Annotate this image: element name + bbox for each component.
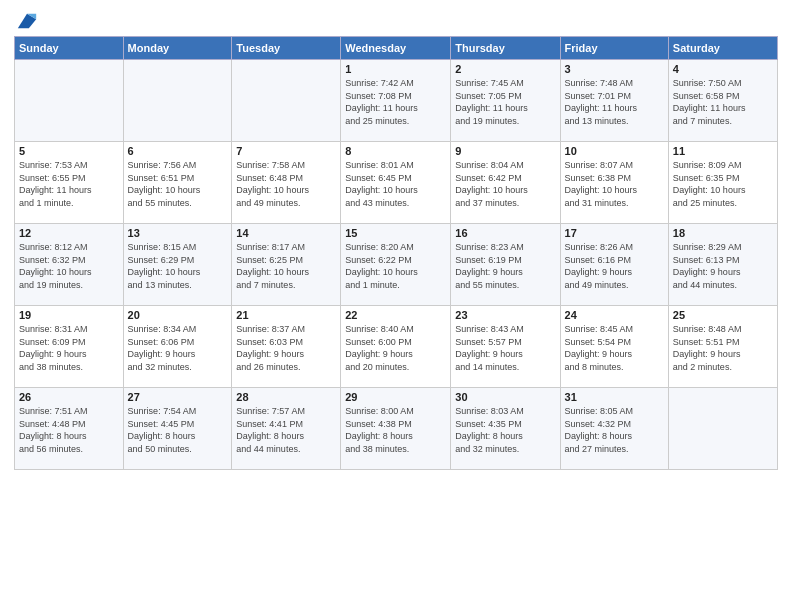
day-cell	[668, 388, 777, 470]
logo-icon	[16, 10, 38, 32]
day-info: Sunrise: 8:03 AM Sunset: 4:35 PM Dayligh…	[455, 405, 555, 455]
week-row-3: 12Sunrise: 8:12 AM Sunset: 6:32 PM Dayli…	[15, 224, 778, 306]
day-cell: 27Sunrise: 7:54 AM Sunset: 4:45 PM Dayli…	[123, 388, 232, 470]
day-number: 14	[236, 227, 336, 239]
week-row-5: 26Sunrise: 7:51 AM Sunset: 4:48 PM Dayli…	[15, 388, 778, 470]
day-info: Sunrise: 8:31 AM Sunset: 6:09 PM Dayligh…	[19, 323, 119, 373]
day-info: Sunrise: 7:53 AM Sunset: 6:55 PM Dayligh…	[19, 159, 119, 209]
day-cell: 14Sunrise: 8:17 AM Sunset: 6:25 PM Dayli…	[232, 224, 341, 306]
day-number: 22	[345, 309, 446, 321]
weekday-monday: Monday	[123, 37, 232, 60]
week-row-2: 5Sunrise: 7:53 AM Sunset: 6:55 PM Daylig…	[15, 142, 778, 224]
day-cell: 2Sunrise: 7:45 AM Sunset: 7:05 PM Daylig…	[451, 60, 560, 142]
week-row-4: 19Sunrise: 8:31 AM Sunset: 6:09 PM Dayli…	[15, 306, 778, 388]
day-cell: 28Sunrise: 7:57 AM Sunset: 4:41 PM Dayli…	[232, 388, 341, 470]
day-cell: 25Sunrise: 8:48 AM Sunset: 5:51 PM Dayli…	[668, 306, 777, 388]
day-cell: 15Sunrise: 8:20 AM Sunset: 6:22 PM Dayli…	[341, 224, 451, 306]
day-cell: 5Sunrise: 7:53 AM Sunset: 6:55 PM Daylig…	[15, 142, 124, 224]
day-number: 12	[19, 227, 119, 239]
day-number: 18	[673, 227, 773, 239]
day-info: Sunrise: 8:40 AM Sunset: 6:00 PM Dayligh…	[345, 323, 446, 373]
day-info: Sunrise: 8:04 AM Sunset: 6:42 PM Dayligh…	[455, 159, 555, 209]
day-number: 26	[19, 391, 119, 403]
day-info: Sunrise: 8:45 AM Sunset: 5:54 PM Dayligh…	[565, 323, 664, 373]
day-number: 27	[128, 391, 228, 403]
day-number: 13	[128, 227, 228, 239]
day-cell: 4Sunrise: 7:50 AM Sunset: 6:58 PM Daylig…	[668, 60, 777, 142]
day-info: Sunrise: 8:20 AM Sunset: 6:22 PM Dayligh…	[345, 241, 446, 291]
day-cell	[232, 60, 341, 142]
day-info: Sunrise: 7:50 AM Sunset: 6:58 PM Dayligh…	[673, 77, 773, 127]
day-info: Sunrise: 7:45 AM Sunset: 7:05 PM Dayligh…	[455, 77, 555, 127]
day-info: Sunrise: 8:37 AM Sunset: 6:03 PM Dayligh…	[236, 323, 336, 373]
day-cell: 17Sunrise: 8:26 AM Sunset: 6:16 PM Dayli…	[560, 224, 668, 306]
day-cell: 29Sunrise: 8:00 AM Sunset: 4:38 PM Dayli…	[341, 388, 451, 470]
day-info: Sunrise: 8:12 AM Sunset: 6:32 PM Dayligh…	[19, 241, 119, 291]
day-info: Sunrise: 7:58 AM Sunset: 6:48 PM Dayligh…	[236, 159, 336, 209]
day-info: Sunrise: 8:43 AM Sunset: 5:57 PM Dayligh…	[455, 323, 555, 373]
day-cell: 11Sunrise: 8:09 AM Sunset: 6:35 PM Dayli…	[668, 142, 777, 224]
day-cell: 1Sunrise: 7:42 AM Sunset: 7:08 PM Daylig…	[341, 60, 451, 142]
header	[14, 10, 778, 30]
day-number: 23	[455, 309, 555, 321]
day-info: Sunrise: 8:05 AM Sunset: 4:32 PM Dayligh…	[565, 405, 664, 455]
day-cell: 6Sunrise: 7:56 AM Sunset: 6:51 PM Daylig…	[123, 142, 232, 224]
day-number: 29	[345, 391, 446, 403]
day-cell: 20Sunrise: 8:34 AM Sunset: 6:06 PM Dayli…	[123, 306, 232, 388]
day-cell	[15, 60, 124, 142]
day-info: Sunrise: 7:56 AM Sunset: 6:51 PM Dayligh…	[128, 159, 228, 209]
day-number: 8	[345, 145, 446, 157]
day-info: Sunrise: 8:17 AM Sunset: 6:25 PM Dayligh…	[236, 241, 336, 291]
day-number: 5	[19, 145, 119, 157]
day-number: 7	[236, 145, 336, 157]
day-cell: 22Sunrise: 8:40 AM Sunset: 6:00 PM Dayli…	[341, 306, 451, 388]
weekday-header-row: SundayMondayTuesdayWednesdayThursdayFrid…	[15, 37, 778, 60]
day-cell: 19Sunrise: 8:31 AM Sunset: 6:09 PM Dayli…	[15, 306, 124, 388]
day-number: 28	[236, 391, 336, 403]
day-number: 15	[345, 227, 446, 239]
day-cell: 8Sunrise: 8:01 AM Sunset: 6:45 PM Daylig…	[341, 142, 451, 224]
day-number: 21	[236, 309, 336, 321]
day-info: Sunrise: 8:26 AM Sunset: 6:16 PM Dayligh…	[565, 241, 664, 291]
day-number: 20	[128, 309, 228, 321]
day-cell: 26Sunrise: 7:51 AM Sunset: 4:48 PM Dayli…	[15, 388, 124, 470]
day-info: Sunrise: 8:29 AM Sunset: 6:13 PM Dayligh…	[673, 241, 773, 291]
day-cell: 23Sunrise: 8:43 AM Sunset: 5:57 PM Dayli…	[451, 306, 560, 388]
day-number: 19	[19, 309, 119, 321]
day-info: Sunrise: 8:34 AM Sunset: 6:06 PM Dayligh…	[128, 323, 228, 373]
weekday-friday: Friday	[560, 37, 668, 60]
calendar-table: SundayMondayTuesdayWednesdayThursdayFrid…	[14, 36, 778, 470]
day-info: Sunrise: 7:51 AM Sunset: 4:48 PM Dayligh…	[19, 405, 119, 455]
day-cell: 18Sunrise: 8:29 AM Sunset: 6:13 PM Dayli…	[668, 224, 777, 306]
day-number: 24	[565, 309, 664, 321]
day-info: Sunrise: 8:00 AM Sunset: 4:38 PM Dayligh…	[345, 405, 446, 455]
day-number: 25	[673, 309, 773, 321]
day-number: 16	[455, 227, 555, 239]
day-number: 30	[455, 391, 555, 403]
day-number: 17	[565, 227, 664, 239]
day-cell: 24Sunrise: 8:45 AM Sunset: 5:54 PM Dayli…	[560, 306, 668, 388]
week-row-1: 1Sunrise: 7:42 AM Sunset: 7:08 PM Daylig…	[15, 60, 778, 142]
day-number: 10	[565, 145, 664, 157]
day-cell: 3Sunrise: 7:48 AM Sunset: 7:01 PM Daylig…	[560, 60, 668, 142]
day-info: Sunrise: 8:15 AM Sunset: 6:29 PM Dayligh…	[128, 241, 228, 291]
day-info: Sunrise: 7:57 AM Sunset: 4:41 PM Dayligh…	[236, 405, 336, 455]
day-info: Sunrise: 8:48 AM Sunset: 5:51 PM Dayligh…	[673, 323, 773, 373]
day-cell: 7Sunrise: 7:58 AM Sunset: 6:48 PM Daylig…	[232, 142, 341, 224]
day-cell	[123, 60, 232, 142]
day-info: Sunrise: 7:48 AM Sunset: 7:01 PM Dayligh…	[565, 77, 664, 127]
day-cell: 9Sunrise: 8:04 AM Sunset: 6:42 PM Daylig…	[451, 142, 560, 224]
day-number: 9	[455, 145, 555, 157]
day-number: 1	[345, 63, 446, 75]
day-cell: 16Sunrise: 8:23 AM Sunset: 6:19 PM Dayli…	[451, 224, 560, 306]
day-cell: 21Sunrise: 8:37 AM Sunset: 6:03 PM Dayli…	[232, 306, 341, 388]
day-cell: 10Sunrise: 8:07 AM Sunset: 6:38 PM Dayli…	[560, 142, 668, 224]
day-cell: 12Sunrise: 8:12 AM Sunset: 6:32 PM Dayli…	[15, 224, 124, 306]
weekday-tuesday: Tuesday	[232, 37, 341, 60]
page-container: SundayMondayTuesdayWednesdayThursdayFrid…	[0, 0, 792, 478]
day-info: Sunrise: 7:42 AM Sunset: 7:08 PM Dayligh…	[345, 77, 446, 127]
logo	[14, 10, 38, 30]
weekday-thursday: Thursday	[451, 37, 560, 60]
day-number: 31	[565, 391, 664, 403]
day-cell: 30Sunrise: 8:03 AM Sunset: 4:35 PM Dayli…	[451, 388, 560, 470]
